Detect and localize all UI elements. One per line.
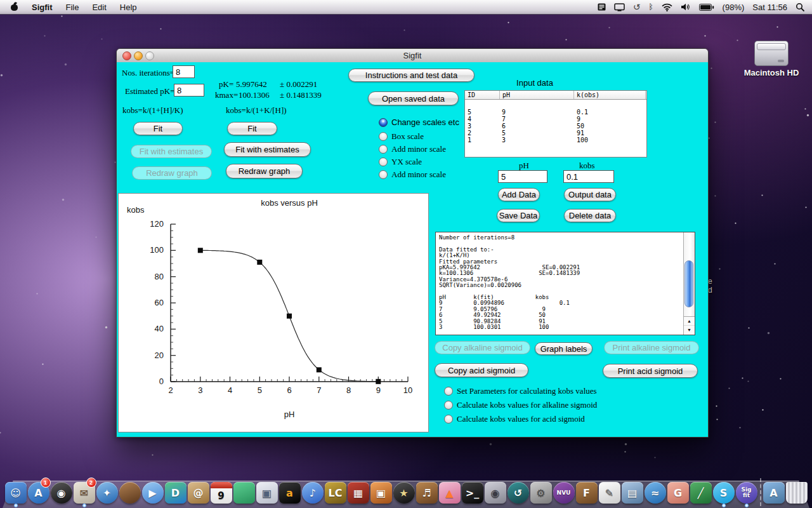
redraw-graph-acid-button[interactable]: Redraw graph [226,164,303,178]
dock-icon-sigfit[interactable]: Sig fit [735,479,758,504]
dock-icon-terminal[interactable]: >_ [461,479,484,504]
graph-labels-button[interactable]: Graph labels [535,342,593,355]
input-source-menu-icon[interactable] [598,3,606,11]
table-row[interactable]: 2591 [465,130,646,137]
radio-calculate-kobs-values-for-alkaline-sigmoid[interactable]: Calculate kobs values for alkaline sigmo… [444,400,597,410]
dock-icon-dashboard[interactable]: ◉ [50,479,73,504]
apple-menu-icon[interactable] [10,3,18,11]
zoom-button[interactable] [145,51,154,60]
instructions-button[interactable]: Instructions and test data [348,69,475,82]
dock-icon-photos-sunset[interactable]: ▣ [370,479,393,504]
table-header[interactable]: IDpHk(obs) [465,91,646,100]
estimated-pk-input[interactable] [174,84,204,97]
iterations-input[interactable] [173,65,195,78]
displays-menu-icon[interactable] [614,3,625,11]
column-header-ph[interactable]: pH [500,91,574,99]
radio-icon[interactable] [379,170,388,179]
dock-icon-toast[interactable]: ▲ [438,479,461,504]
wifi-menu-icon[interactable] [662,3,672,11]
radio-icon[interactable] [444,415,453,424]
radio-add-minor-scale[interactable]: Add minor scale [379,170,446,180]
radio-icon[interactable] [379,132,388,141]
column-header-id[interactable]: ID [465,91,500,99]
fit-with-estimates-acid-button[interactable]: Fit with estimates [224,142,311,157]
desktop-icon-macintosh-hd[interactable]: Macintosh HD [742,41,801,77]
dock-icon-time-machine[interactable]: ↺ [507,479,530,504]
dock-icon-nvu[interactable]: NVU [553,479,575,504]
dock-icon-itunes[interactable]: ♪ [301,479,324,504]
dock-icon-grapher[interactable]: ╱ [690,479,712,504]
dock-icon-amazon-kindle[interactable]: a [278,479,301,504]
fit-alkaline-button[interactable]: Fit [133,122,183,135]
copy-acid-sigmoid-button[interactable]: Copy acid sigmoid [435,363,528,377]
scroll-up-button[interactable]: ▲ [684,317,695,326]
radio-box-scale[interactable]: Box scale [379,131,424,142]
radio-change-scales-etc[interactable]: Change scales etc [379,117,459,127]
scroll-down-button[interactable]: ▼ [684,326,695,334]
menu-edit[interactable]: Edit [92,3,106,12]
column-header-k-obs[interactable]: k(obs) [574,91,646,99]
menu-app-name[interactable]: Sigfit [32,3,53,12]
table-body[interactable]: 590.14793650259113100 [465,100,646,157]
dock-icon-skype[interactable]: S [712,479,735,504]
radio-selected-icon[interactable] [379,118,388,127]
dock-icon-applications-folder[interactable]: A [763,479,785,504]
spotlight-menu-icon[interactable] [796,3,804,11]
dock-icon-coconut[interactable] [119,479,141,504]
dock-icon-gimp[interactable]: G [667,479,690,504]
radio-icon[interactable] [444,387,453,396]
dock-icon-ichat[interactable]: ▶ [141,479,164,504]
dock-icon-safari[interactable]: ✦ [96,479,119,504]
dock-icon-photo-booth[interactable]: ▦ [347,479,370,504]
fit-acid-button[interactable]: Fit [227,122,277,135]
menu-file[interactable]: File [66,3,79,12]
results-output-box[interactable]: Number of iterations=8 Data fitted to:- … [435,232,695,335]
dock-icon-logo-creator[interactable]: LC [324,479,347,504]
minimize-button[interactable] [134,51,143,60]
dock-icon-finder[interactable]: ☺ [4,479,27,504]
radio-icon[interactable] [379,145,388,154]
table-row[interactable]: 13100 [465,137,646,144]
window-title-bar[interactable]: Sigfit [117,49,708,63]
dock-icon-green-cube[interactable] [233,479,256,504]
radio-icon[interactable] [379,157,388,166]
dock-icon-ical[interactable]: 9 [210,479,233,504]
dock-icon-dragthing[interactable]: D [164,479,187,504]
dock-icon-trash[interactable] [785,479,808,504]
ph-input[interactable] [498,170,547,183]
close-button[interactable] [122,51,131,60]
dock-icon-app-pages[interactable]: ▤ [621,479,644,504]
dock-icon-system-preferences[interactable]: ⚙ [530,479,553,504]
kobs-input[interactable] [563,170,614,183]
output-scrollbar[interactable]: ▲ ▼ [683,232,695,335]
radio-set-parameters-for-calculating-kobs-values[interactable]: Set Parameters for calculating kobs valu… [444,386,597,396]
dock-icon-imovie[interactable]: ★ [393,479,416,504]
battery-percentage[interactable]: (98%) [723,3,745,12]
battery-menu-icon[interactable] [699,4,714,11]
dock-icon-garageband[interactable]: ♬ [416,479,438,504]
dock-icon-address-book[interactable]: @ [187,479,210,504]
radio-icon[interactable] [444,401,453,410]
dock-icon-openoffice[interactable]: ≈ [644,479,667,504]
radio-add-minor-scale[interactable]: Add minor scale [379,144,446,154]
volume-menu-icon[interactable] [681,3,691,11]
menu-clock[interactable]: Sat 11:56 [752,3,787,12]
save-data-button[interactable]: Save Data [497,209,540,222]
results-text[interactable]: Number of iterations=8 Data fitted to:- … [439,235,681,333]
radio-yx-scale[interactable]: YX scale [379,157,422,167]
table-row[interactable]: 590.1 [465,109,646,116]
open-saved-data-button[interactable]: Open saved data [368,91,459,105]
table-row[interactable]: 3650 [465,123,646,130]
print-acid-sigmoid-button[interactable]: Print acid sigmoid [603,364,698,378]
dock-icon-mail[interactable]: ✉2 [73,479,96,504]
add-data-button[interactable]: Add Data [498,188,540,201]
dock-icon-iphoto[interactable]: ▣ [256,479,278,504]
menu-help[interactable]: Help [120,3,137,12]
time-machine-menu-icon[interactable]: ↺ [633,3,641,11]
dock-icon-app-store[interactable]: A1 [27,479,50,504]
dock-icon-fetch-dog[interactable]: F [575,479,598,504]
bluetooth-menu-icon[interactable]: ᛒ [648,3,653,11]
input-data-table[interactable]: IDpHk(obs) 590.14793650259113100 [464,90,647,157]
dock-icon-image-capture[interactable]: ◉ [484,479,507,504]
dock-icon-textedit[interactable]: ✎ [598,479,621,504]
